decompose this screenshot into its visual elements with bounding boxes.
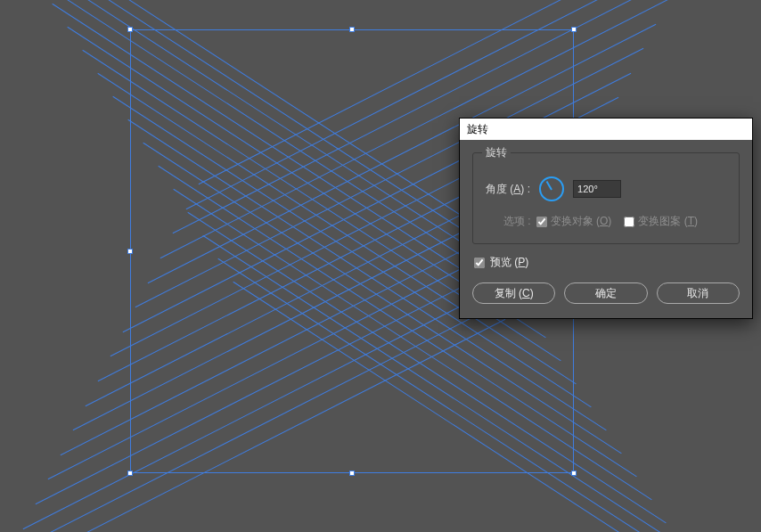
options-label: 选项 :: [503, 214, 531, 229]
preview-checkbox[interactable]: [474, 258, 485, 268]
copy-button[interactable]: 复制 (C): [472, 282, 555, 304]
transform-object-checkbox[interactable]: [536, 217, 547, 227]
preview-row[interactable]: 预览 (P): [474, 255, 740, 270]
angle-input[interactable]: [573, 180, 621, 198]
selection-handle[interactable]: [571, 27, 577, 32]
transform-pattern-checkbox[interactable]: [624, 217, 634, 227]
group-title: 旋转: [482, 145, 511, 160]
selection-handle[interactable]: [349, 27, 355, 32]
dialog-buttons: 复制 (C) 确定 取消: [472, 282, 740, 304]
angle-row: 角度 (A) :: [486, 176, 726, 201]
transform-pattern-option[interactable]: 变换图案 (T): [624, 214, 698, 229]
ok-button[interactable]: 确定: [564, 282, 647, 304]
selection-handle[interactable]: [127, 471, 133, 476]
dialog-titlebar[interactable]: 旋转: [460, 119, 752, 140]
angle-dial[interactable]: [539, 176, 564, 201]
angle-label: 角度 (A) :: [486, 182, 530, 197]
dialog-title: 旋转: [467, 123, 488, 135]
transform-object-option[interactable]: 变换对象 (O): [536, 214, 612, 229]
selection-handle[interactable]: [349, 471, 355, 476]
selection-handle[interactable]: [127, 249, 133, 254]
options-row: 选项 : 变换对象 (O) 变换图案 (T): [503, 214, 726, 229]
preview-label: 预览 (P): [490, 255, 528, 270]
rotate-dialog: 旋转 旋转 角度 (A) : 选项 : 变换对象 (O): [459, 118, 753, 319]
cancel-button[interactable]: 取消: [657, 282, 740, 304]
selection-handle[interactable]: [127, 27, 133, 32]
rotate-group: 旋转 角度 (A) : 选项 : 变换对象 (O): [472, 152, 740, 244]
selection-handle[interactable]: [571, 471, 577, 476]
